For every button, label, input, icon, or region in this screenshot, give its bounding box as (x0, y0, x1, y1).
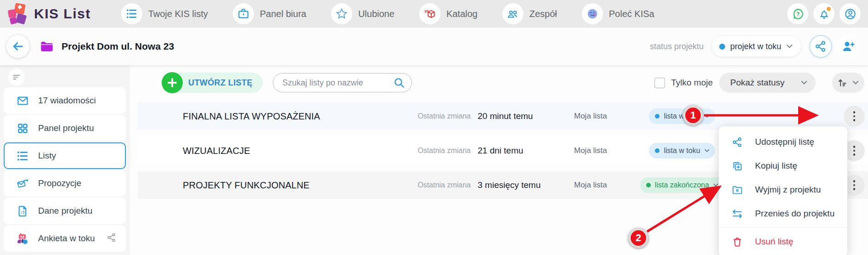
list-name: FINALNA LISTA WYPOSAŻENIA (138, 111, 402, 122)
project-status-dropdown[interactable]: projekt w toku (712, 36, 801, 57)
share-network-icon[interactable] (107, 232, 117, 244)
menu-item-kopiuj[interactable]: Kopiuj listę (719, 154, 847, 178)
chevron-down-icon (705, 149, 710, 153)
star-icon (331, 3, 352, 24)
main-content: UTWÓRZ LISTĘ Tylko moje Pokaż statusy FI… (130, 65, 868, 255)
sort-button[interactable] (832, 73, 864, 93)
list-row-finalna[interactable]: FINALNA LISTA WYPOSAŻENIA Ostatnia zmian… (138, 102, 868, 130)
list-owner: Moja lista (565, 146, 634, 155)
only-mine-label: Tylko moje (671, 78, 713, 88)
lists-toolbar: UTWÓRZ LISTĘ Tylko moje Pokaż statusy (130, 73, 868, 93)
folder-icon (39, 39, 54, 54)
show-statuses-dropdown[interactable]: Pokaż statusy (719, 73, 816, 93)
chevron-down-icon (713, 183, 718, 187)
list-owner: Moja lista (565, 112, 634, 121)
sidebar-item-dane-projektu[interactable]: Dane projektu (4, 198, 126, 224)
nav-item-panel-biura[interactable]: Panel biura (233, 3, 306, 24)
list-status-badge[interactable]: lista w toku (649, 143, 715, 159)
annotation-step-2: 2 (628, 228, 648, 248)
menu-item-przenies[interactable]: Przenieś do projektu (719, 202, 847, 226)
status-dot (655, 114, 659, 119)
top-navigation-bar: KIS List Twoje KIS listy Panel biura Ulu… (0, 0, 868, 28)
robot-icon (17, 232, 29, 245)
nav-item-ulubione[interactable]: Ulubione (331, 3, 395, 24)
project-header-bar: Projekt Dom ul. Nowa 23 status projektu … (0, 28, 868, 65)
briefcase-icon (233, 3, 254, 24)
annotation-step-1: 1 (683, 105, 703, 125)
add-person-icon (841, 40, 855, 53)
list-name: WIZUALIZACJE (138, 146, 402, 156)
sidebar-item-wiadomosci[interactable]: 17 wiadomości (4, 87, 126, 114)
sidebar-item-propozycje[interactable]: Propozycje (4, 170, 126, 197)
chevron-down-icon (801, 80, 807, 85)
nav-item-polec-kisa[interactable]: Poleć KISa (582, 3, 654, 24)
svg-text:3D: 3D (424, 9, 429, 13)
top-nav: Twoje KIS listy Panel biura Ulubione 3D … (121, 3, 654, 24)
status-dot (719, 44, 725, 50)
back-button[interactable] (6, 35, 29, 58)
app-logo[interactable]: KIS List (7, 3, 91, 25)
last-change-label: Ostatnia zmiana (402, 147, 471, 155)
nav-item-twoje-kis-listy[interactable]: Twoje KIS listy (121, 3, 208, 24)
menu-item-wyjmij[interactable]: Wyjmij z projektu (719, 178, 847, 202)
search-input[interactable] (282, 78, 393, 88)
row-menu-button[interactable] (844, 106, 865, 127)
topbar-right-icons: ? (787, 3, 861, 24)
create-list-button[interactable]: UTWÓRZ LISTĘ (162, 73, 263, 93)
plus-icon (162, 72, 183, 93)
envelope-send-icon (17, 177, 29, 190)
list-icon (121, 3, 142, 24)
menu-item-usun[interactable]: Usuń listę (719, 230, 847, 254)
search-icon[interactable] (393, 77, 405, 89)
document-icon (17, 205, 29, 217)
menu-divider (719, 227, 847, 228)
trash-icon (732, 236, 743, 248)
last-change-value: 20 minut temu (471, 111, 565, 121)
nav-item-zespol[interactable]: Zespół (502, 3, 557, 24)
transfer-icon (732, 208, 743, 220)
collapse-icon (12, 73, 21, 82)
app-logo-icon (7, 3, 29, 25)
back-icon (11, 40, 24, 53)
list-icon (17, 150, 29, 162)
last-change-label: Ostatnia zmiana (402, 112, 471, 120)
last-change-value: 3 miesięcy temu (471, 180, 565, 190)
list-status-badge[interactable]: lista w toku (649, 108, 715, 124)
3d-box-icon: 3D (419, 3, 440, 24)
svg-text:?: ? (796, 11, 800, 17)
copy-icon (732, 160, 743, 172)
account-icon[interactable] (840, 3, 861, 24)
search-box (273, 73, 412, 92)
row-context-menu: Udostępnij listę Kopiuj listę Wyjmij z p… (719, 126, 847, 255)
sidebar: 17 wiadomości Panel projektu Listy Propo… (0, 65, 130, 255)
share-project-button[interactable] (809, 35, 832, 58)
chevron-down-icon (705, 114, 710, 118)
share-network-icon (732, 136, 743, 148)
bell-icon[interactable] (813, 3, 834, 24)
menu-item-udostepnij[interactable]: Udostępnij listę (719, 130, 847, 154)
only-mine-checkbox[interactable] (654, 78, 665, 88)
chevron-down-icon (786, 44, 793, 49)
list-status-badge[interactable]: lista zakończona (640, 177, 724, 193)
envelope-icon (17, 95, 29, 107)
team-icon (502, 3, 524, 24)
status-dot (646, 183, 651, 187)
sidebar-item-ankieta[interactable]: Ankieta w toku (4, 225, 126, 252)
last-change-value: 21 dni temu (471, 146, 565, 156)
grid-icon (17, 122, 29, 135)
help-icon[interactable]: ? (787, 3, 808, 24)
sidebar-item-panel-projektu[interactable]: Panel projektu (4, 115, 126, 142)
page-title: Projekt Dom ul. Nowa 23 (62, 41, 174, 52)
nav-item-katalog[interactable]: 3D Katalog (419, 3, 478, 24)
list-owner: Moja lista (565, 181, 634, 190)
notification-dot (827, 7, 831, 11)
sidebar-collapse-button[interactable] (8, 69, 25, 85)
app-logo-text: KIS List (34, 6, 91, 22)
add-person-button[interactable] (837, 35, 860, 58)
sidebar-item-listy[interactable]: Listy (4, 142, 126, 169)
folder-remove-icon (732, 184, 743, 196)
chevron-down-icon (852, 80, 859, 85)
project-status-label: status projektu (650, 42, 704, 51)
list-name: PROJEKTY FUNKCJONALNE (138, 180, 402, 191)
sort-asc-icon (837, 77, 848, 88)
